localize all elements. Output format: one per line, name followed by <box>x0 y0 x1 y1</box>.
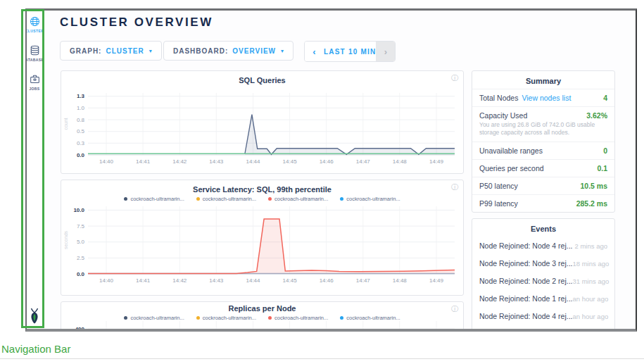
svg-text:2.5: 2.5 <box>77 255 85 261</box>
dashboard-dropdown-label: DASHBOARD: <box>173 47 228 55</box>
events-panel: Events Node Rejoined: Node 4 rej...2 min… <box>472 218 615 332</box>
cockroachdb-logo[interactable] <box>27 308 42 325</box>
chart-legend: cockroach-ultramarin...cockroach-ultrama… <box>61 195 463 202</box>
legend-item[interactable]: cockroach-ultramarin... <box>124 315 184 321</box>
svg-text:14:47: 14:47 <box>356 277 371 284</box>
chart-title: Service Latency: SQL, 99th percentile <box>61 180 463 194</box>
svg-text:14:44: 14:44 <box>246 158 260 165</box>
info-icon[interactable]: ⓘ <box>451 184 458 191</box>
svg-text:14:44: 14:44 <box>246 277 260 284</box>
time-range-button[interactable]: LAST 10 MIN <box>324 42 376 61</box>
legend-item[interactable]: cockroach-ultramarin... <box>340 196 400 202</box>
svg-text:0.0: 0.0 <box>77 152 85 158</box>
event-message: Node Rejoined: Node 4 rej... <box>479 312 573 320</box>
summary-value: 0 <box>603 146 607 155</box>
time-range-label: LAST 10 MIN <box>324 48 376 56</box>
summary-value: 0.1 <box>597 164 607 172</box>
events-title: Events <box>472 219 614 237</box>
latency-panel: Service Latency: SQL, 99th percentileⓘco… <box>61 180 464 296</box>
graph-dropdown[interactable]: GRAPH: CLUSTER ▾ <box>60 41 162 61</box>
event-message: Node Rejoined: Node 3 rej... <box>479 259 573 268</box>
event-message: Node Rejoined: Node 2 rej... <box>479 277 573 285</box>
summary-row: Total NodesView nodes list4 <box>472 89 614 106</box>
legend-item[interactable]: cockroach-ultramarin... <box>268 315 328 321</box>
event-row[interactable]: Node Rejoined: Node 1 rej...an hour ago <box>472 289 614 307</box>
legend-dot-icon <box>268 197 272 201</box>
svg-text:14:42: 14:42 <box>172 158 187 165</box>
time-next-button[interactable]: › <box>376 42 395 61</box>
dashboard-dropdown[interactable]: DASHBOARD: OVERVIEW ▾ <box>163 41 293 61</box>
info-icon[interactable]: ⓘ <box>451 75 458 82</box>
svg-text:seconds: seconds <box>63 230 68 249</box>
svg-text:7.5: 7.5 <box>77 223 85 230</box>
legend-label: cockroach-ultramarin... <box>203 315 256 321</box>
chart-title: SQL Queries <box>61 71 463 84</box>
legend-item[interactable]: cockroach-ultramarin... <box>340 315 400 321</box>
event-timestamp: an hour ago <box>573 295 609 303</box>
svg-text:14:43: 14:43 <box>209 158 224 165</box>
svg-text:14:40: 14:40 <box>99 158 114 165</box>
latency-panel-svg: 0.02.55.07.510.014:4014:4114:4214:4314:4… <box>61 202 463 287</box>
legend-item[interactable]: cockroach-ultramarin... <box>124 196 184 202</box>
legend-item[interactable]: cockroach-ultramarin... <box>196 196 256 202</box>
svg-text:14:47: 14:47 <box>356 158 371 165</box>
legend-dot-icon <box>340 197 343 201</box>
summary-value: 4 <box>603 94 607 102</box>
summary-row: Unavailable ranges0 <box>472 142 614 159</box>
legend-label: cockroach-ultramarin... <box>274 315 328 321</box>
page-divider <box>0 358 644 359</box>
svg-text:14:46: 14:46 <box>320 158 334 165</box>
svg-text:10.0: 10.0 <box>73 207 84 213</box>
svg-text:0.8: 0.8 <box>77 117 85 123</box>
legend-label: cockroach-ultramarin... <box>346 315 400 321</box>
svg-text:14:48: 14:48 <box>393 277 408 284</box>
legend-item[interactable]: cockroach-ultramarin... <box>196 315 256 321</box>
chart-title: Replicas per Node <box>61 302 463 313</box>
event-timestamp: an hour ago <box>573 313 609 320</box>
svg-text:1.0: 1.0 <box>77 105 85 111</box>
svg-text:14:45: 14:45 <box>283 277 298 284</box>
info-icon[interactable]: ⓘ <box>451 306 458 313</box>
legend-dot-icon <box>124 316 127 320</box>
svg-text:14:42: 14:42 <box>172 277 187 284</box>
time-prev-button[interactable]: ‹ <box>305 42 324 61</box>
legend-label: cockroach-ultramarin... <box>203 196 256 202</box>
dashboard-dropdown-value: OVERVIEW <box>232 47 276 55</box>
summary-label: Unavailable ranges <box>479 146 543 155</box>
event-message: Node Rejoined: Node 4 rej... <box>479 241 573 250</box>
legend-item[interactable]: cockroach-ultramarin... <box>268 196 328 202</box>
svg-text:14:45: 14:45 <box>283 158 298 165</box>
navigation-bar: CLUSTERDATABASESJOBS <box>27 11 42 329</box>
svg-text:14:46: 14:46 <box>320 277 334 284</box>
chevron-left-icon: ‹ <box>312 46 315 57</box>
svg-text:14:48: 14:48 <box>393 158 408 165</box>
event-message: Node Rejoined: Node 1 rej... <box>479 294 573 303</box>
view-nodes-link[interactable]: View nodes list <box>522 94 571 102</box>
summary-row: P99 latency285.2 ms <box>472 194 614 212</box>
event-timestamp: 2 mins ago <box>575 242 607 250</box>
legend-label: cockroach-ultramarin... <box>274 196 328 202</box>
svg-text:5.0: 5.0 <box>77 239 85 245</box>
event-row[interactable]: Node Rejoined: Node 4 rej...an hour ago <box>472 307 614 325</box>
sidebar-item-label: CLUSTER <box>25 29 44 33</box>
chart-legend: cockroach-ultramarin...cockroach-ultrama… <box>61 314 463 321</box>
main-content: CLUSTER OVERVIEW GRAPH: CLUSTER ▾ DASHBO… <box>42 11 636 329</box>
summary-value: 285.2 ms <box>576 199 607 208</box>
event-row[interactable]: Node Rejoined: Node 3 rej...18 mins ago <box>472 254 614 272</box>
svg-text:0.5: 0.5 <box>77 128 85 134</box>
legend-label: cockroach-ultramarin... <box>346 196 400 202</box>
sql-queries-panel: SQL Queriesⓘ0.00.30.50.81.01.314:4014:41… <box>61 70 464 174</box>
event-timestamp: 31 mins ago <box>573 277 610 285</box>
svg-text:1.3: 1.3 <box>77 93 85 99</box>
event-row[interactable]: Node Rejoined: Node 2 rej...31 mins ago <box>472 272 614 289</box>
summary-row: Capacity Used3.62%You are using 26.8 GiB… <box>472 106 614 142</box>
chevron-down-icon: ▾ <box>149 48 152 54</box>
legend-label: cockroach-ultramarin... <box>130 315 184 321</box>
legend-label: cockroach-ultramarin... <box>130 196 184 202</box>
event-row[interactable]: Node Rejoined: Node 4 rej...2 mins ago <box>472 237 614 254</box>
chevron-right-icon: › <box>384 46 387 57</box>
page-title: CLUSTER OVERVIEW <box>60 15 213 30</box>
summary-label: P99 latency <box>479 199 518 208</box>
legend-dot-icon <box>340 316 343 320</box>
replicas-panel-svg: 400 <box>61 321 463 332</box>
